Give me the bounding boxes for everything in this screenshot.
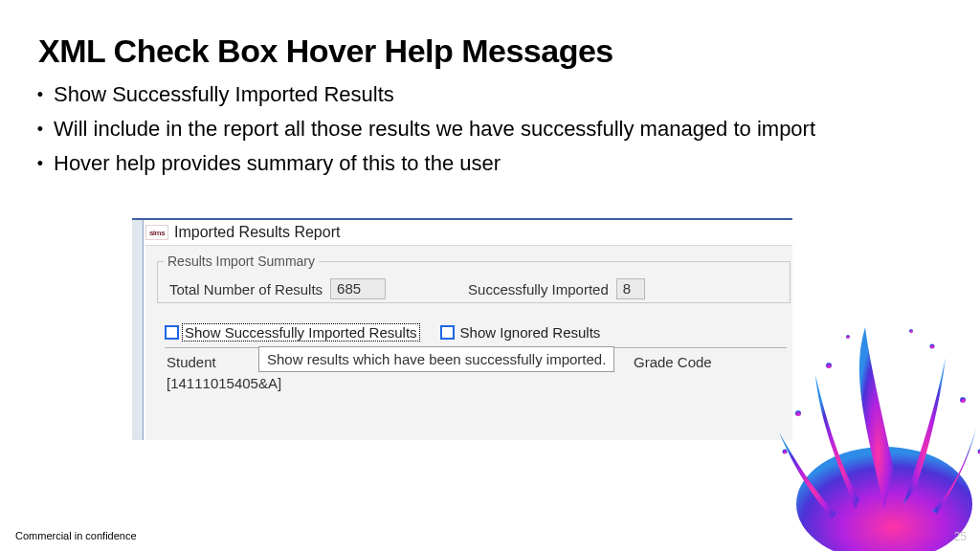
total-results-value: 685: [330, 278, 386, 299]
window-titlebar: sims Imported Results Report: [145, 224, 340, 241]
slide-title: XML Check Box Hover Help Messages: [38, 33, 613, 70]
page-number: 25: [954, 530, 967, 543]
window-sidebar-strip: [132, 220, 144, 440]
checkbox-label: Show Ignored Results: [458, 324, 603, 341]
svg-point-0: [796, 447, 972, 551]
checkbox-icon: [440, 325, 455, 340]
bullet-text: Hover help provides summary of this to t…: [54, 149, 942, 178]
successfully-imported-value: 8: [616, 278, 645, 299]
bullet-dot-icon: •: [27, 115, 54, 143]
show-ignored-results-checkbox[interactable]: Show Ignored Results: [440, 324, 603, 341]
list-item: • Show Successfully Imported Results: [27, 80, 942, 109]
table-row-student: [14111015405&A]: [167, 375, 281, 391]
results-import-summary-group: Results Import Summary Total Number of R…: [157, 253, 791, 303]
group-legend: Results Import Summary: [164, 253, 319, 269]
bullet-dot-icon: •: [27, 149, 54, 178]
hover-tooltip: Show results which have been successfull…: [258, 346, 614, 372]
svg-point-2: [930, 344, 935, 349]
embedded-screenshot: sims Imported Results Report Results Imp…: [132, 218, 792, 440]
window-title-text: Imported Results Report: [174, 224, 340, 241]
bullet-list: • Show Successfully Imported Results • W…: [27, 80, 942, 184]
column-header-student: Student: [167, 354, 216, 370]
show-successfully-imported-checkbox[interactable]: Show Successfully Imported Results: [165, 324, 419, 341]
bullet-text: Will include in the report all those res…: [54, 115, 942, 143]
app-logo-icon: sims: [145, 225, 168, 240]
bullet-text: Show Successfully Imported Results: [54, 80, 942, 109]
svg-point-5: [846, 335, 850, 339]
column-header-grade: Grade Code: [634, 354, 712, 370]
svg-point-3: [795, 410, 801, 416]
list-item: • Will include in the report all those r…: [27, 115, 942, 143]
svg-point-1: [826, 363, 832, 368]
svg-point-7: [783, 450, 788, 454]
svg-point-4: [960, 397, 966, 403]
total-results-label: Total Number of Results: [169, 281, 323, 298]
svg-point-6: [909, 329, 913, 333]
list-item: • Hover help provides summary of this to…: [27, 149, 942, 178]
footer-confidentiality: Commercial in confidence: [15, 530, 137, 541]
successfully-imported-label: Successfully Imported: [468, 281, 609, 298]
checkbox-label: Show Successfully Imported Results: [183, 324, 419, 341]
checkbox-icon: [165, 325, 179, 340]
panel-body: Results Import Summary Total Number of R…: [145, 245, 792, 440]
bullet-dot-icon: •: [27, 80, 54, 109]
